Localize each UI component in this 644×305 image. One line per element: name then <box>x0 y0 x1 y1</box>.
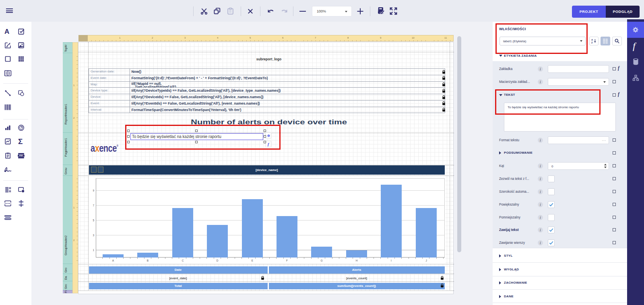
svg-text:PDF: PDF <box>19 155 23 157</box>
svg-text:Z: Z <box>591 41 593 44</box>
svg-text:A: A <box>591 39 593 41</box>
